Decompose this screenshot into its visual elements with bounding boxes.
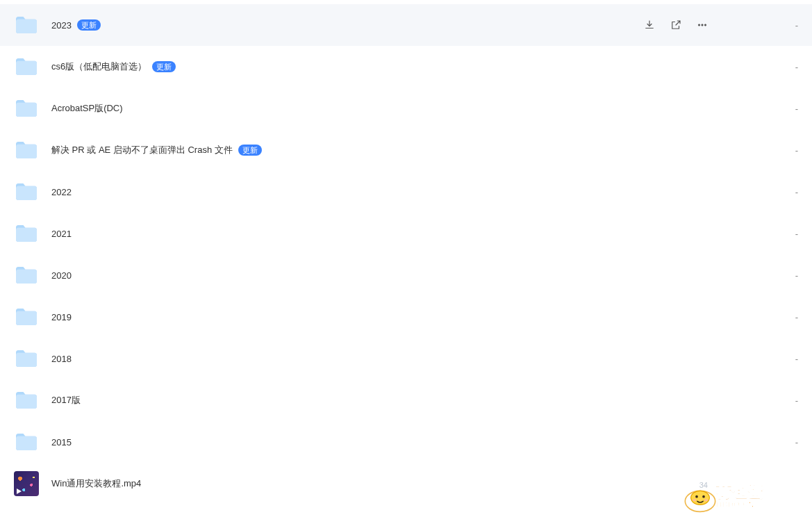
file-size: -: [729, 187, 798, 197]
file-name: 2017版: [51, 394, 81, 407]
folder-icon: [14, 138, 39, 163]
file-name-cell: 2021: [51, 229, 709, 239]
file-row[interactable]: 2020-: [0, 254, 812, 296]
video-thumb-icon: [14, 471, 39, 496]
file-name: 2018: [51, 354, 72, 364]
file-name: 2021: [51, 229, 72, 239]
share-button[interactable]: [669, 18, 683, 32]
file-name: AcrobatSP版(DC): [51, 102, 123, 115]
file-name: 2022: [51, 187, 72, 197]
file-row[interactable]: 2021-: [0, 213, 812, 254]
file-name: Win通用安装教程.mp4: [51, 477, 141, 490]
file-name: 2020: [51, 270, 72, 281]
file-row[interactable]: AcrobatSP版(DC)-: [0, 88, 812, 129]
file-row[interactable]: 2023更新-: [0, 4, 812, 46]
file-name: 解决 PR 或 AE 启动不了桌面弹出 Crash 文件: [51, 144, 233, 156]
file-name-cell: 2015: [51, 437, 709, 448]
file-size: -: [729, 395, 798, 406]
file-name-cell: 2019: [51, 312, 709, 322]
folder-icon: [14, 54, 39, 79]
file-name: 2023: [51, 20, 72, 31]
file-size: -: [729, 270, 798, 281]
page-hint: 34: [699, 481, 708, 489]
file-name-cell: 2017版: [51, 394, 709, 407]
file-name-cell: cs6版（低配电脑首选）更新: [51, 60, 709, 73]
update-badge: 更新: [152, 61, 176, 72]
file-size: -: [729, 20, 798, 31]
file-size: -: [729, 62, 798, 72]
file-row[interactable]: cs6版（低配电脑首选）更新-: [0, 46, 812, 88]
more-button[interactable]: [695, 18, 709, 32]
file-row[interactable]: 2017版-: [0, 379, 812, 421]
file-name-cell: 2023更新: [51, 19, 643, 31]
svg-point-0: [698, 24, 699, 26]
download-button[interactable]: [643, 18, 656, 32]
file-size: -: [729, 437, 798, 448]
svg-point-1: [702, 24, 703, 26]
folder-icon: [14, 388, 39, 413]
folder-icon: [14, 221, 39, 246]
file-name-cell: 2020: [51, 270, 709, 281]
folder-icon: [14, 304, 39, 329]
file-name: 2019: [51, 312, 72, 322]
file-size: -: [729, 104, 798, 114]
update-badge: 更新: [238, 145, 262, 156]
folder-icon: [14, 429, 39, 454]
row-actions: [643, 18, 709, 32]
file-size: -: [729, 145, 798, 156]
file-name: 2015: [51, 437, 72, 448]
file-row[interactable]: 解决 PR 或 AE 启动不了桌面弹出 Crash 文件更新-: [0, 129, 812, 171]
file-name-cell: Win通用安装教程.mp4: [51, 477, 709, 490]
folder-icon: [14, 96, 39, 121]
file-name-cell: AcrobatSP版(DC): [51, 102, 709, 115]
file-row[interactable]: 2019-: [0, 296, 812, 338]
file-row[interactable]: Win通用安装教程.mp4: [0, 463, 812, 504]
file-size: -: [729, 229, 798, 239]
file-row[interactable]: 2018-: [0, 338, 812, 379]
file-size: -: [729, 312, 798, 322]
file-name: cs6版（低配电脑首选）: [51, 60, 147, 73]
file-list: 2023更新-cs6版（低配电脑首选）更新-AcrobatSP版(DC)-解决 …: [0, 0, 812, 504]
folder-icon: [14, 13, 39, 38]
folder-icon: [14, 346, 39, 371]
file-row[interactable]: 2015-: [0, 421, 812, 463]
file-name-cell: 2022: [51, 187, 709, 197]
update-badge: 更新: [77, 19, 101, 31]
file-row[interactable]: 2022-: [0, 171, 812, 213]
folder-icon: [14, 263, 39, 288]
svg-point-2: [704, 24, 706, 26]
file-name-cell: 2018: [51, 354, 709, 364]
folder-icon: [14, 179, 39, 204]
file-size: -: [729, 354, 798, 364]
file-name-cell: 解决 PR 或 AE 启动不了桌面弹出 Crash 文件更新: [51, 144, 709, 156]
